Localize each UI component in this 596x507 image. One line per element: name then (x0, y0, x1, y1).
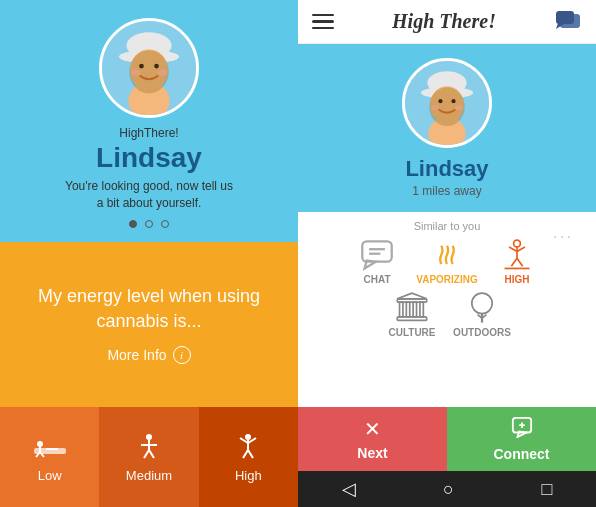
info-icon: i (173, 346, 191, 364)
chat-interest-icon (360, 240, 394, 270)
back-nav-icon[interactable]: ◁ (342, 478, 356, 500)
hamburger-line-3 (312, 27, 334, 30)
connect-button[interactable]: Connect (447, 407, 596, 471)
right-content: Similar to you ··· CHAT (298, 212, 596, 407)
svg-marker-63 (517, 432, 526, 438)
more-info-label: More Info (107, 347, 166, 363)
svg-point-39 (455, 105, 462, 110)
menu-button[interactable] (312, 14, 334, 30)
connect-plus-icon (511, 416, 533, 442)
interest-chat[interactable]: CHAT (344, 240, 410, 285)
svg-line-20 (149, 450, 154, 458)
hamburger-line-2 (312, 20, 334, 23)
svg-point-6 (139, 64, 144, 69)
svg-point-37 (451, 99, 455, 103)
svg-rect-28 (556, 11, 574, 24)
svg-rect-40 (362, 241, 391, 261)
low-icon (32, 432, 68, 464)
culture-interest-label: CULTURE (388, 327, 435, 338)
connect-label: Connect (494, 446, 550, 462)
svg-point-16 (146, 434, 152, 440)
culture-interest-icon (395, 293, 429, 323)
high-label: High (235, 468, 262, 483)
next-x-icon: ✕ (364, 417, 381, 441)
interest-culture[interactable]: CULTURE (379, 293, 445, 338)
app-name-label: HighThere! (119, 126, 178, 140)
left-user-name: Lindsay (96, 142, 202, 174)
svg-point-38 (431, 105, 438, 110)
energy-text: My energy level when using cannabis is..… (16, 284, 282, 334)
right-profile-section: Lindsay 1 miles away (298, 44, 596, 212)
high-icon (230, 432, 266, 464)
dot-3 (161, 220, 169, 228)
low-label: Low (38, 468, 62, 483)
energy-high-button[interactable]: High (199, 407, 298, 507)
svg-marker-41 (365, 261, 376, 269)
energy-low-button[interactable]: Low (0, 407, 99, 507)
svg-point-36 (438, 99, 442, 103)
left-top-section: HighThere! Lindsay You're looking good, … (0, 0, 298, 242)
nav-bar: ◁ ○ □ (298, 471, 596, 507)
svg-point-8 (131, 70, 140, 76)
interest-outdoors[interactable]: OUTDOORS (449, 293, 515, 338)
interest-high[interactable]: HIGH (484, 240, 550, 285)
next-label: Next (357, 445, 387, 461)
outdoors-interest-label: OUTDOORS (453, 327, 511, 338)
right-user-name: Lindsay (405, 156, 488, 182)
svg-line-48 (511, 258, 517, 266)
left-avatar (99, 18, 199, 118)
svg-rect-54 (406, 302, 409, 317)
action-buttons: ✕ Next Connect (298, 407, 596, 471)
right-panel: High There! (298, 0, 596, 507)
right-header: High There! (298, 0, 596, 44)
recents-nav-icon[interactable]: □ (541, 479, 552, 500)
right-avatar (402, 58, 492, 148)
svg-point-44 (514, 240, 521, 247)
svg-line-25 (243, 450, 248, 458)
hamburger-line-1 (312, 14, 334, 17)
progress-dots (129, 220, 169, 228)
svg-point-58 (472, 293, 492, 313)
medium-label: Medium (126, 468, 172, 483)
chat-icon[interactable] (554, 11, 582, 33)
svg-rect-53 (400, 302, 403, 317)
left-panel: HighThere! Lindsay You're looking good, … (0, 0, 298, 507)
chat-interest-label: CHAT (363, 274, 390, 285)
energy-prompt-section: My energy level when using cannabis is..… (0, 242, 298, 407)
vaporizing-interest-icon (430, 240, 464, 270)
svg-rect-55 (413, 302, 416, 317)
left-subtitle: You're looking good, now tell usa bit ab… (45, 178, 253, 212)
interest-vaporizing[interactable]: VAPORIZING (414, 240, 480, 285)
next-button[interactable]: ✕ Next (298, 407, 447, 471)
svg-point-9 (157, 70, 166, 76)
svg-line-26 (248, 450, 253, 458)
app-logo: High There! (392, 10, 496, 33)
right-distance: 1 miles away (412, 184, 481, 198)
dot-1 (129, 220, 137, 228)
svg-line-49 (517, 258, 523, 266)
svg-point-7 (154, 64, 159, 69)
outdoors-interest-icon (465, 293, 499, 323)
high-interest-icon (500, 240, 534, 270)
medium-icon (131, 432, 167, 464)
svg-point-21 (245, 434, 251, 440)
svg-point-11 (37, 441, 43, 447)
similar-label: Similar to you (308, 220, 586, 232)
dot-2 (145, 220, 153, 228)
svg-marker-57 (397, 293, 426, 299)
energy-level-buttons: Low Medium (0, 407, 298, 507)
vaporizing-interest-label: VAPORIZING (416, 274, 477, 285)
svg-line-19 (144, 450, 149, 458)
more-info-button[interactable]: More Info i (107, 346, 190, 364)
home-nav-icon[interactable]: ○ (443, 479, 454, 500)
high-interest-label: HIGH (505, 274, 530, 285)
energy-medium-button[interactable]: Medium (99, 407, 198, 507)
svg-rect-56 (420, 302, 423, 317)
